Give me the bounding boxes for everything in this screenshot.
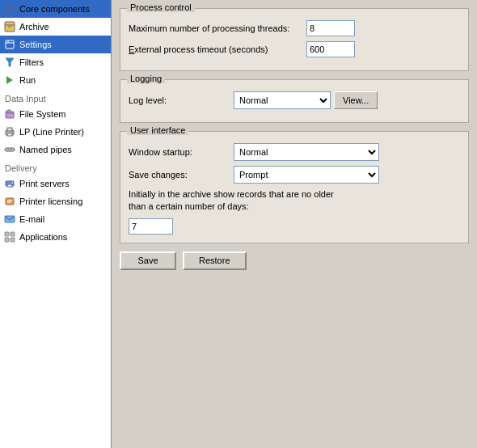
svg-rect-4 <box>6 40 14 49</box>
svg-rect-24 <box>5 232 9 236</box>
sidebar-item-filters[interactable]: Filters <box>0 53 111 71</box>
save-changes-select[interactable]: Prompt Always Never <box>234 166 379 184</box>
run-icon <box>3 74 16 87</box>
sidebar-item-archive[interactable]: Archive <box>0 18 111 36</box>
window-startup-select[interactable]: Normal Minimized Maximized <box>234 143 379 161</box>
sidebar-item-email[interactable]: E-mail <box>0 210 111 228</box>
log-level-row: Log level: Normal Verbose Debug View... <box>129 91 460 109</box>
sidebar-item-applications-label: Applications <box>19 232 67 242</box>
applications-icon <box>3 230 16 243</box>
view-button[interactable]: View... <box>334 91 378 109</box>
sidebar: Core components Archive Settings Fi <box>0 0 112 448</box>
data-input-section-label: Data Input <box>0 89 111 105</box>
days-input[interactable] <box>129 218 173 235</box>
cog-icon <box>3 2 16 15</box>
sidebar-item-run-label: Run <box>19 75 36 85</box>
archive-description: Initially in the archive show records th… <box>129 188 460 213</box>
timeout-label: External process timeout (seconds) <box>129 44 306 54</box>
sidebar-item-file-system-label: File System <box>19 109 65 119</box>
timeout-row: External process timeout (seconds) <box>129 41 460 57</box>
svg-rect-9 <box>6 112 14 118</box>
svg-marker-8 <box>6 76 13 84</box>
svg-rect-18 <box>7 184 12 187</box>
svg-rect-14 <box>5 148 15 151</box>
logging-title: Logging <box>127 74 165 83</box>
max-threads-input[interactable] <box>306 20 355 36</box>
delivery-section-label: Delivery <box>0 158 111 175</box>
sidebar-item-settings-label: Settings <box>19 40 52 49</box>
svg-point-0 <box>8 7 12 11</box>
svg-marker-7 <box>6 58 14 66</box>
svg-rect-20 <box>6 198 14 205</box>
sidebar-item-email-label: E-mail <box>19 214 44 224</box>
svg-rect-26 <box>5 238 9 242</box>
sidebar-item-core-components-label: Core components <box>19 4 90 14</box>
restore-button[interactable]: Restore <box>183 251 247 270</box>
file-system-icon <box>3 108 16 120</box>
main-content: Process control Maximum number of proces… <box>112 0 477 448</box>
sidebar-item-named-pipes-label: Named pipes <box>19 145 72 154</box>
user-interface-group: User interface Window startup: Normal Mi… <box>120 131 469 243</box>
archive-text-line2: than a certain number of days: <box>129 201 249 211</box>
timeout-input[interactable] <box>306 41 355 57</box>
sidebar-item-core-components[interactable]: Core components <box>0 0 111 18</box>
max-threads-row: Maximum number of processing threads: <box>129 20 460 36</box>
window-startup-row: Window startup: Normal Minimized Maximiz… <box>129 143 460 161</box>
sidebar-item-filters-label: Filters <box>19 57 44 67</box>
process-control-title: Process control <box>127 2 195 12</box>
window-startup-label: Window startup: <box>129 147 234 157</box>
sidebar-item-applications[interactable]: Applications <box>0 228 111 246</box>
sidebar-item-print-servers[interactable]: Print servers <box>0 175 111 192</box>
user-interface-title: User interface <box>127 125 188 135</box>
sidebar-item-printer-licensing-label: Printer licensing <box>19 197 82 206</box>
save-changes-row: Save changes: Prompt Always Never <box>129 166 460 184</box>
sidebar-item-settings[interactable]: Settings <box>0 36 111 53</box>
log-level-control: Normal Verbose Debug View... <box>234 91 378 109</box>
sidebar-item-run[interactable]: Run <box>0 71 111 89</box>
save-button[interactable]: Save <box>120 251 176 270</box>
svg-rect-2 <box>5 22 15 25</box>
save-changes-label: Save changes: <box>129 170 234 180</box>
log-level-select[interactable]: Normal Verbose Debug <box>234 91 331 109</box>
printer-licensing-icon <box>3 195 16 208</box>
sidebar-item-lp-line-printer[interactable]: LP (Line Printer) <box>0 123 111 141</box>
archive-text-line1: Initially in the archive show records th… <box>129 189 334 199</box>
svg-point-19 <box>12 182 14 184</box>
svg-rect-12 <box>7 133 12 136</box>
print-servers-icon <box>3 177 16 190</box>
sidebar-item-print-servers-label: Print servers <box>19 179 70 188</box>
svg-point-13 <box>11 131 13 133</box>
sidebar-item-lp-label: LP (Line Printer) <box>19 127 84 137</box>
svg-rect-11 <box>7 128 12 131</box>
logging-group: Logging Log level: Normal Verbose Debug … <box>120 79 469 123</box>
sidebar-item-file-system[interactable]: File System <box>0 105 111 123</box>
filter-icon <box>3 56 16 69</box>
action-buttons: Save Restore <box>120 251 469 270</box>
email-icon <box>3 213 16 226</box>
log-level-label: Log level: <box>129 95 234 105</box>
sidebar-item-named-pipes[interactable]: Named pipes <box>0 141 111 158</box>
named-pipes-icon <box>3 143 16 156</box>
archive-icon <box>3 20 16 33</box>
sidebar-item-printer-licensing[interactable]: Printer licensing <box>0 192 111 210</box>
svg-rect-27 <box>11 238 15 242</box>
lp-printer-icon <box>3 125 16 138</box>
max-threads-label: Maximum number of processing threads: <box>129 23 306 33</box>
settings-icon <box>3 38 16 51</box>
process-control-group: Process control Maximum number of proces… <box>120 8 469 71</box>
sidebar-item-archive-label: Archive <box>19 22 49 32</box>
svg-rect-25 <box>11 232 15 236</box>
